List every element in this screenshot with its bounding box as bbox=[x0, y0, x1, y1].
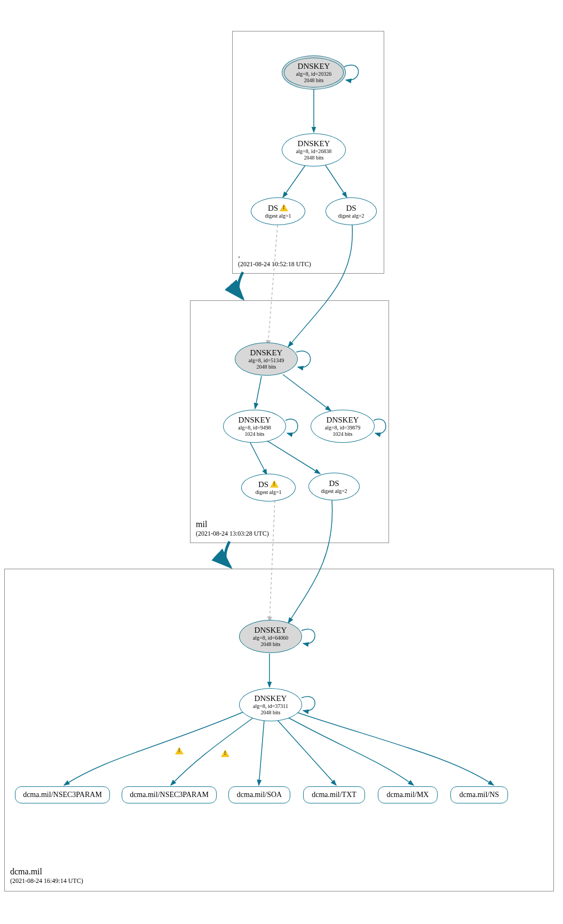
zone-mil-name: mil bbox=[196, 519, 269, 530]
node-root-ds2: DS digest alg=2 bbox=[326, 197, 377, 225]
record-txt: dcma.mil/TXT bbox=[303, 786, 365, 803]
node-dcma-ksk: DNSKEY alg=8, id=64060 2048 bits bbox=[239, 620, 302, 653]
zone-dcma-name: dcma.mil bbox=[10, 866, 83, 878]
zone-dcma-timestamp: (2021-08-24 16:49:14 UTC) bbox=[10, 877, 83, 886]
node-mil-key3: DNSKEY alg=8, id=39879 1024 bits bbox=[311, 410, 375, 443]
record-mx: dcma.mil/MX bbox=[378, 786, 438, 803]
warning-icon bbox=[280, 204, 288, 211]
zone-root-timestamp: (2021-08-24 10:52:18 UTC) bbox=[238, 260, 311, 269]
node-mil-ds2: DS digest alg=2 bbox=[308, 473, 360, 500]
record-nsec3param-1: dcma.mil/NSEC3PARAM bbox=[15, 786, 110, 803]
warning-icon bbox=[221, 750, 229, 757]
record-nsec3param-2: dcma.mil/NSEC3PARAM bbox=[122, 786, 217, 803]
record-soa: dcma.mil/SOA bbox=[228, 786, 290, 803]
warning-icon bbox=[270, 480, 279, 488]
node-root-zsk: DNSKEY alg=8, id=26838 2048 bits bbox=[282, 133, 346, 166]
zone-root-name: . bbox=[238, 250, 311, 261]
node-mil-ksk: DNSKEY alg=8, id=51349 2048 bits bbox=[235, 342, 298, 376]
zone-dcma: dcma.mil (2021-08-24 16:49:14 UTC) bbox=[4, 569, 554, 891]
zone-mil-timestamp: (2021-08-24 13:03:28 UTC) bbox=[196, 530, 269, 538]
node-dcma-zsk: DNSKEY alg=8, id=37311 2048 bits bbox=[239, 688, 302, 721]
node-root-ds1: DS digest alg=1 bbox=[251, 197, 305, 225]
record-ns: dcma.mil/NS bbox=[450, 786, 508, 803]
node-root-ksk: DNSKEY alg=8, id=20326 2048 bits bbox=[282, 55, 346, 90]
node-mil-zsk: DNSKEY alg=8, id=9498 1024 bits bbox=[223, 410, 286, 443]
node-mil-ds1: DS digest alg=1 bbox=[241, 474, 296, 501]
warning-icon bbox=[175, 747, 184, 754]
